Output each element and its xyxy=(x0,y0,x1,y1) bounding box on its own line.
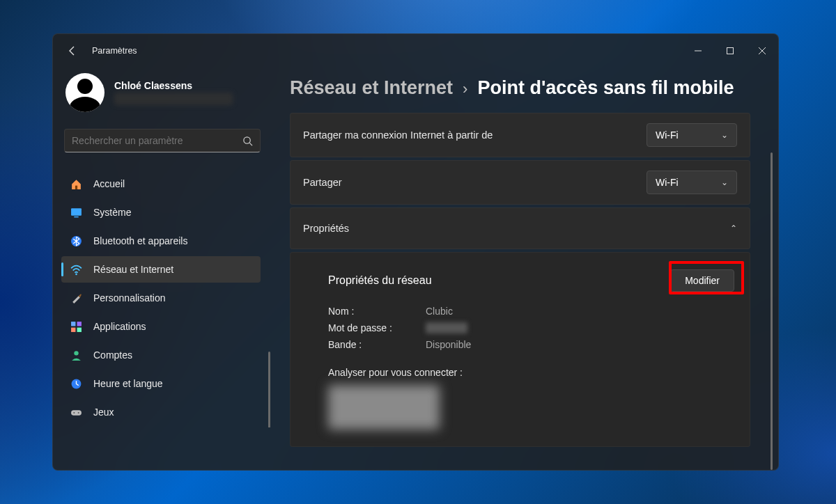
modify-button[interactable]: Modifier xyxy=(670,269,734,292)
titlebar: Paramètres xyxy=(53,34,778,68)
profile-text: Chloé Claessens xyxy=(114,80,233,105)
svg-point-16 xyxy=(73,411,75,413)
chevron-up-icon: ⌃ xyxy=(730,223,737,233)
sidebar-item-label: Heure et langue xyxy=(93,378,163,389)
svg-point-17 xyxy=(77,411,79,413)
sidebar-item-label: Bluetooth et appareils xyxy=(93,235,187,246)
sidebar-item-accounts[interactable]: Comptes xyxy=(61,342,261,368)
sidebar-item-apps[interactable]: Applications xyxy=(61,313,261,340)
card-label: Partager xyxy=(303,177,342,188)
search-icon xyxy=(242,136,253,146)
kv-key: Nom : xyxy=(328,306,426,317)
card-label: Propriétés xyxy=(303,223,349,234)
qr-code-redacted xyxy=(328,385,440,430)
svg-rect-15 xyxy=(71,410,82,415)
kv-row-band: Bande : Disponible xyxy=(328,339,734,350)
kv-key: Bande : xyxy=(328,339,426,350)
sidebar-item-label: Jeux xyxy=(93,407,114,418)
properties-section-title: Propriétés du réseau xyxy=(328,274,432,287)
svg-point-13 xyxy=(74,351,78,355)
sidebar-item-label: Réseau et Internet xyxy=(93,264,173,275)
sidebar-item-personalization[interactable]: Personnalisation xyxy=(61,285,261,311)
kv-value: Clubic xyxy=(426,306,453,317)
sidebar-item-time-language[interactable]: Heure et langue xyxy=(61,370,261,397)
card-properties-header[interactable]: Propriétés ⌃ xyxy=(290,207,750,249)
kv-value: Disponible xyxy=(426,339,471,350)
breadcrumb: Réseau et Internet › Point d'accès sans … xyxy=(290,68,775,99)
settings-cards: Partager ma connexion Internet à partir … xyxy=(290,113,775,450)
sidebar-nav: Accueil Système Bluetooth et appareils R… xyxy=(53,171,272,427)
sidebar-item-label: Accueil xyxy=(93,178,125,189)
maximize-icon xyxy=(727,47,734,54)
sidebar-item-network[interactable]: Réseau et Internet xyxy=(61,256,261,283)
svg-rect-4 xyxy=(75,185,77,189)
close-button[interactable] xyxy=(746,34,778,68)
apps-icon xyxy=(70,320,82,333)
sidebar-item-home[interactable]: Accueil xyxy=(61,171,261,197)
svg-rect-9 xyxy=(71,322,75,326)
chevron-right-icon: › xyxy=(463,80,467,98)
properties-kv: Nom : Clubic Mot de passe : Bande : Disp… xyxy=(328,306,734,350)
svg-point-8 xyxy=(75,273,77,275)
svg-rect-12 xyxy=(77,327,81,331)
window-title: Paramètres xyxy=(92,46,137,56)
search-input[interactable] xyxy=(72,135,242,146)
svg-line-3 xyxy=(249,143,252,145)
minimize-icon xyxy=(695,47,702,54)
settings-window: Paramètres Chloé Claessens xyxy=(52,33,779,471)
select-value: Wi-Fi xyxy=(656,177,679,188)
wifi-icon xyxy=(70,263,82,276)
window-controls xyxy=(682,34,778,68)
analyse-label: Analyser pour vous connecter : xyxy=(328,367,734,378)
search-box[interactable] xyxy=(64,129,261,152)
kv-row-name: Nom : Clubic xyxy=(328,306,734,317)
clock-globe-icon xyxy=(70,377,82,390)
back-button[interactable] xyxy=(63,41,82,61)
chevron-down-icon: ⌄ xyxy=(721,178,728,187)
kv-value-redacted xyxy=(426,322,467,333)
page-title: Point d'accès sans fil mobile xyxy=(477,77,734,99)
card-properties-body: Propriétés du réseau Modifier Nom : Club… xyxy=(290,252,750,447)
breadcrumb-root[interactable]: Réseau et Internet xyxy=(290,77,453,99)
card-label: Partager ma connexion Internet à partir … xyxy=(303,129,493,141)
card-share-over: Partager Wi-Fi ⌄ xyxy=(290,160,750,205)
select-value: Wi-Fi xyxy=(656,129,679,141)
share-from-select[interactable]: Wi-Fi ⌄ xyxy=(647,123,737,147)
home-icon xyxy=(70,178,82,190)
svg-point-2 xyxy=(244,136,250,143)
window-body: Chloé Claessens Accueil xyxy=(53,68,778,470)
sidebar-item-label: Applications xyxy=(93,321,146,332)
svg-rect-11 xyxy=(71,327,75,331)
modify-button-label: Modifier xyxy=(685,275,720,286)
sidebar-item-label: Comptes xyxy=(93,349,132,361)
gamepad-icon xyxy=(70,406,82,418)
profile-email-redacted xyxy=(114,93,233,105)
content-area: Réseau et Internet › Point d'accès sans … xyxy=(272,68,778,470)
kv-row-password: Mot de passe : xyxy=(328,322,734,333)
minimize-button[interactable] xyxy=(682,34,714,68)
brush-icon xyxy=(70,292,82,304)
svg-rect-6 xyxy=(74,216,78,217)
sidebar-item-bluetooth[interactable]: Bluetooth et appareils xyxy=(61,228,261,254)
profile-name: Chloé Claessens xyxy=(114,80,233,91)
close-icon xyxy=(759,47,766,54)
card-share-from: Partager ma connexion Internet à partir … xyxy=(290,113,750,157)
kv-key: Mot de passe : xyxy=(328,322,426,333)
sidebar-item-label: Personnalisation xyxy=(93,292,166,304)
maximize-button[interactable] xyxy=(714,34,746,68)
share-over-select[interactable]: Wi-Fi ⌄ xyxy=(647,171,737,194)
arrow-left-icon xyxy=(67,45,78,56)
content-scrollbar[interactable] xyxy=(771,152,773,470)
avatar xyxy=(65,73,104,112)
svg-rect-5 xyxy=(71,208,82,216)
sidebar-item-gaming[interactable]: Jeux xyxy=(61,399,261,425)
svg-rect-10 xyxy=(77,322,81,326)
svg-rect-1 xyxy=(727,48,734,54)
profile-block[interactable]: Chloé Claessens xyxy=(53,70,272,125)
sidebar: Chloé Claessens Accueil xyxy=(53,68,272,470)
system-icon xyxy=(70,206,82,219)
bluetooth-icon xyxy=(70,235,82,247)
person-icon xyxy=(70,349,82,361)
sidebar-scrollbar[interactable] xyxy=(268,352,270,427)
sidebar-item-system[interactable]: Système xyxy=(61,199,261,226)
